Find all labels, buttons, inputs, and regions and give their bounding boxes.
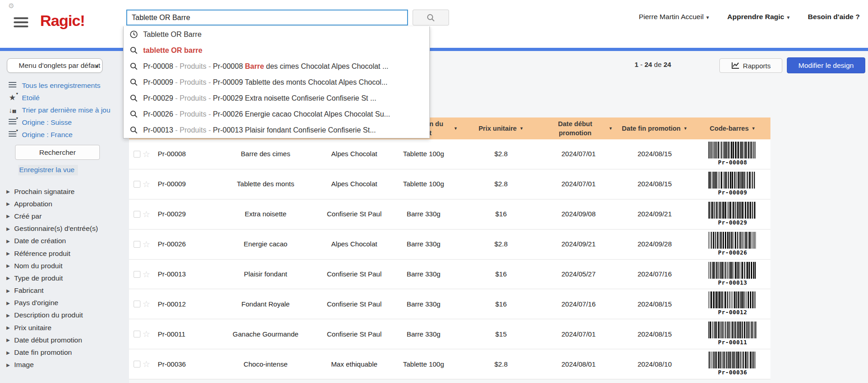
row-star-icon[interactable]: ☆: [142, 240, 150, 249]
description-cell: Barre 330g: [388, 330, 460, 339]
column-header-code-barres[interactable]: Code-barres▼: [695, 117, 770, 139]
name-cell: Energie cacao: [210, 240, 321, 249]
filter-field-nom-du-produit[interactable]: ▶Nom du produit: [6, 260, 127, 272]
search-suggestion-item[interactable]: Pr-00009 - Produits - Pr-00009 Tablette …: [124, 74, 429, 90]
filter-field-prochain-signataire[interactable]: ▶Prochain signataire: [6, 185, 127, 198]
column-menu-arrow-icon[interactable]: ▼: [454, 126, 458, 132]
table-row-pr-00012[interactable]: ☆Pr-00012Fondant RoyaleConfiserie St Pau…: [129, 289, 770, 319]
column-header-label: Code-barres: [710, 124, 749, 133]
hamburger-menu-icon[interactable]: [14, 17, 28, 28]
barcode-label: Pr-00036: [718, 369, 747, 377]
column-header-label: Date début promotion: [544, 119, 606, 138]
filter-field-description-du-produit[interactable]: ▶Description du produit: [6, 309, 127, 322]
sidebar-view-tous-les-enregistrements[interactable]: Tous les enregistrements: [7, 79, 126, 92]
user-menu-label: Pierre Martin Accueil: [639, 13, 703, 20]
row-star-icon[interactable]: ☆: [142, 180, 150, 189]
row-star-icon[interactable]: ☆: [142, 150, 150, 158]
filter-field-date-d-but-promotion[interactable]: ▶Date début promotion: [6, 334, 127, 346]
gear-icon[interactable]: ⚙: [8, 2, 14, 10]
modifier-le-design-button[interactable]: Modifier le design: [787, 57, 865, 73]
search-suggestion-item[interactable]: Tablette OR Barre: [124, 26, 429, 42]
row-star-icon[interactable]: ☆: [142, 300, 150, 308]
top-menu: Pierre Martin Accueil▼ Apprendre Ragic▼ …: [639, 13, 860, 21]
filter-field-fabricant[interactable]: ▶Fabricant: [6, 285, 127, 297]
filter-field-r-f-rence-produit[interactable]: ▶Référence produit: [6, 247, 127, 260]
filter-field-cr-par[interactable]: ▶Créé par: [6, 210, 127, 222]
prix-cell: $16: [460, 270, 542, 279]
date-debut-cell: 2024/07/01: [542, 179, 615, 189]
chart-icon: [731, 62, 739, 69]
global-search-input[interactable]: [126, 10, 408, 26]
filter-field-prix-unitaire[interactable]: ▶Prix unitaire: [6, 322, 127, 334]
filter-field-approbation[interactable]: ▶Approbation: [6, 198, 127, 210]
filter-field-image[interactable]: ▶Image: [6, 359, 127, 371]
tab-menu-select[interactable]: Menu d'onglets par défaut ▼: [7, 58, 103, 73]
table-row-pr-00009[interactable]: ☆Pr-00009Tablette des montsAlpes Chocola…: [129, 169, 770, 199]
expand-triangle-icon: ▶: [6, 214, 10, 219]
table-row-pr-00013[interactable]: ☆Pr-00013Plaisir fondantConfiserie St Pa…: [129, 260, 770, 290]
search-button[interactable]: [413, 10, 449, 26]
row-star-icon[interactable]: ☆: [142, 210, 150, 219]
row-star-icon[interactable]: ☆: [142, 270, 150, 279]
row-checkbox[interactable]: [134, 331, 140, 337]
column-menu-arrow-icon[interactable]: ▼: [519, 126, 523, 132]
fabricant-cell: Alpes Chocolat: [321, 179, 388, 189]
record-count: 1 - 24 de 24: [635, 61, 671, 68]
search-suggestion-item[interactable]: Pr-00008 - Produits - Pr-00008 Barre des…: [124, 58, 429, 74]
column-menu-arrow-icon[interactable]: ▼: [751, 126, 755, 132]
row-checkbox[interactable]: [134, 241, 140, 248]
search-icon: [130, 110, 138, 118]
column-menu-arrow-icon[interactable]: ▼: [609, 126, 613, 132]
count-sep: -: [641, 61, 643, 68]
help-menu[interactable]: Besoin d'aide ?: [808, 13, 860, 21]
view-label: Etoilé: [22, 94, 40, 102]
expand-triangle-icon: ▶: [6, 288, 10, 293]
filter-field-gestionnaire-s-d-entr-e-s-[interactable]: ▶Gestionnaire(s) d'entrée(s): [6, 223, 127, 235]
barcode-label: Pr-00013: [718, 279, 747, 287]
row-checkbox[interactable]: [134, 211, 140, 218]
row-star-icon[interactable]: ☆: [142, 330, 150, 338]
search-suggestion-item[interactable]: tablette OR barre: [124, 42, 429, 58]
filter-field-label: Date fin promotion: [14, 348, 72, 357]
filter-field-date-de-cr-ation[interactable]: ▶Date de création: [6, 235, 127, 247]
row-checkbox[interactable]: [134, 361, 140, 368]
rechercher-button[interactable]: Rechercher: [15, 145, 100, 160]
column-header-label: Date fin promotion: [622, 124, 681, 133]
filter-field-type-de-produit[interactable]: ▶Type de produit: [6, 272, 127, 284]
table-row-pr-00008[interactable]: ☆Pr-00008Barre des cimesAlpes ChocolatTa…: [129, 139, 770, 169]
column-header-date-fin-promotion[interactable]: Date fin promotion▼: [615, 117, 695, 139]
column-header-prix-unitaire[interactable]: Prix unitaire▼: [460, 117, 542, 139]
row-star-icon[interactable]: ☆: [142, 360, 150, 368]
name-cell: Fondant Royale: [210, 300, 321, 309]
search-suggestion-item[interactable]: Pr-00026 - Produits - Pr-00026 Energie c…: [124, 106, 429, 122]
filter-field-date-fin-promotion[interactable]: ▶Date fin promotion: [6, 346, 127, 358]
table-row-pr-00036[interactable]: ☆Pr-00036Choco-intenseMax ethiquableTabl…: [129, 349, 770, 379]
row-checkbox[interactable]: [134, 181, 140, 188]
sidebar-view-trier-par-derni-re-mise-jou[interactable]: ↓▮▮Trier par dernière mise à jou: [7, 104, 126, 116]
column-header-date-d-but-promotion[interactable]: Date début promotion▼: [542, 117, 615, 139]
filter-field-pays-d-origine[interactable]: ▶Pays d'origine: [6, 297, 127, 309]
description-cell: Tablette 100g: [388, 149, 460, 158]
learn-ragic-menu[interactable]: Apprendre Ragic▼: [727, 13, 790, 21]
table-row-pr-00026[interactable]: ☆Pr-00026Energie cacaoAlpes ChocolatBarr…: [129, 230, 770, 260]
row-checkbox[interactable]: [134, 271, 140, 278]
sidebar-view-origine-suisse[interactable]: ▼Origine : Suisse: [7, 116, 126, 128]
rapports-button[interactable]: Rapports: [719, 58, 782, 73]
search-suggestion-item[interactable]: Pr-00029 - Produits - Pr-00029 Extra noi…: [124, 90, 429, 106]
left-sidebar: Menu d'onglets par défaut ▼ Tous les enr…: [0, 51, 129, 383]
table-row-pr-00011[interactable]: ☆Pr-00011Ganache GourmandeConfiserie St …: [129, 319, 770, 349]
row-checkbox[interactable]: [134, 151, 140, 158]
row-checkbox[interactable]: [134, 301, 140, 307]
sidebar-view-etoil-[interactable]: ★▼Etoilé: [7, 92, 126, 104]
save-view-link[interactable]: Enregistrer la vue: [18, 165, 78, 175]
filter-field-label: Date début promotion: [14, 336, 82, 344]
column-menu-arrow-icon[interactable]: ▼: [683, 126, 687, 132]
expand-triangle-icon: ▶: [6, 251, 10, 256]
user-menu[interactable]: Pierre Martin Accueil▼: [639, 13, 710, 21]
fabricant-cell: Alpes Chocolat: [321, 240, 388, 249]
sidebar-view-origine-france[interactable]: ▼Origine : France: [7, 128, 126, 141]
search-suggestion-item[interactable]: Pr-00013 - Produits - Pr-00013 Plaisir f…: [124, 122, 429, 138]
name-cell: Barre des cimes: [210, 149, 321, 158]
table-row-pr-00029[interactable]: ☆Pr-00029Extra noisetteConfiserie St Pau…: [129, 199, 770, 230]
barcode-label: Pr-00012: [718, 309, 747, 317]
